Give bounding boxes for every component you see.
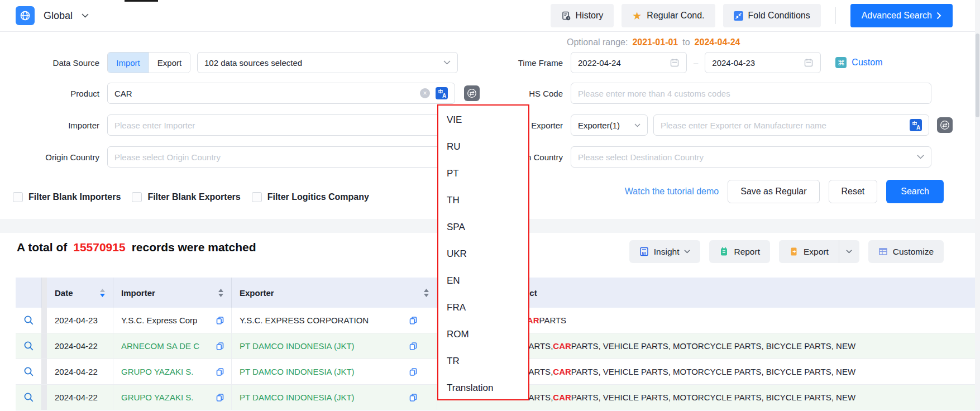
advanced-search-button[interactable]: Advanced Search: [850, 4, 953, 27]
records-count: 15570915: [73, 241, 125, 254]
language-option-rom[interactable]: ROM: [438, 321, 528, 348]
sort-icons-date[interactable]: [100, 289, 105, 297]
exporter-placeholder: Please enter Exporter or Manufacturer na…: [661, 121, 826, 130]
scrollbar-track[interactable]: [975, 0, 980, 411]
date-cell: 2024-04-23: [47, 308, 113, 333]
translate-icon[interactable]: A: [910, 119, 922, 131]
header-date[interactable]: Date: [47, 278, 113, 308]
date-end-input[interactable]: 2024-04-23: [705, 52, 821, 73]
copy-icon[interactable]: [409, 393, 418, 402]
checkbox-icon[interactable]: [13, 192, 23, 202]
sort-icons-importer[interactable]: [218, 289, 223, 297]
date-end-value: 2024-04-23: [712, 58, 755, 68]
row-detail-cell[interactable]: [16, 308, 42, 333]
row-detail-cell[interactable]: [16, 333, 42, 359]
advanced-search-label: Advanced Search: [862, 11, 932, 21]
language-menu: VIERUPTTHSPAUKRENFRAROMTRTranslation: [437, 104, 529, 400]
copy-icon[interactable]: [216, 342, 224, 351]
row-detail-cell[interactable]: [16, 359, 42, 384]
language-option-ru[interactable]: RU: [438, 133, 528, 160]
checkbox-icon[interactable]: [132, 192, 142, 202]
language-option-fra[interactable]: FRA: [438, 294, 528, 321]
import-tab[interactable]: Import: [108, 52, 149, 73]
chevron-down-icon: [684, 250, 690, 254]
reset-button[interactable]: Reset: [829, 180, 878, 203]
checkbox-icon[interactable]: [252, 192, 262, 202]
hs-code-input[interactable]: Please enter more than 4 customs codes: [571, 83, 931, 104]
data-sources-select[interactable]: 102 data sources selected: [197, 52, 458, 73]
language-option-en[interactable]: EN: [438, 267, 528, 294]
header-importer[interactable]: Importer: [113, 278, 232, 308]
search-button[interactable]: Search: [886, 180, 944, 203]
destination-country-select[interactable]: Please select Destination Country: [571, 146, 931, 168]
language-option-vie[interactable]: VIE: [438, 107, 528, 133]
exporter-name[interactable]: PT DAMCO INDONESIA (JKT): [240, 367, 355, 376]
insight-label: Insight: [654, 247, 680, 257]
copy-icon[interactable]: [216, 316, 224, 325]
language-option-pt[interactable]: PT: [438, 160, 528, 187]
row-search-icon[interactable]: [23, 315, 34, 326]
date-start-input[interactable]: 2022-04-24: [571, 52, 687, 73]
exporter-name[interactable]: PT DAMCO INDONESIA (JKT): [240, 393, 355, 402]
clear-icon[interactable]: ×: [420, 88, 430, 98]
customize-button[interactable]: Customize: [868, 240, 944, 263]
svg-text:A: A: [442, 93, 446, 99]
region-selector[interactable]: Global: [16, 6, 89, 25]
row-search-icon[interactable]: [23, 392, 34, 403]
copy-icon[interactable]: [409, 316, 418, 325]
importer-name[interactable]: GRUPO YAZAKI S.: [121, 367, 193, 376]
exporter-name[interactable]: PT DAMCO INDONESIA (JKT): [240, 341, 355, 351]
tutorial-link[interactable]: Watch the tutorial demo: [625, 187, 719, 197]
header-exporter[interactable]: Exporter: [232, 278, 437, 308]
importer-name[interactable]: GRUPO YAZAKI S.: [121, 393, 193, 402]
language-option-ukr[interactable]: UKR: [438, 241, 528, 267]
export-dropdown-caret[interactable]: [839, 240, 859, 263]
copy-icon[interactable]: [216, 367, 224, 376]
row-detail-cell[interactable]: [16, 385, 42, 410]
copy-icon[interactable]: [409, 367, 418, 376]
language-option-tr[interactable]: TR: [438, 348, 528, 375]
origin-country-placeholder: Please select Origin Country: [114, 152, 221, 162]
export-tab[interactable]: Export: [149, 52, 190, 73]
top-bar-actions: History ★ Regular Cond. Fold Conditions …: [551, 4, 953, 27]
customize-icon: [878, 247, 888, 256]
language-option-spa[interactable]: SPA: [438, 214, 528, 241]
report-button[interactable]: Report: [709, 240, 770, 263]
translate-icon[interactable]: A: [436, 87, 448, 99]
filter-checkbox-0[interactable]: Filter Blank Importers: [13, 192, 121, 202]
filter-checkbox-2[interactable]: Filter Logitics Company: [252, 192, 369, 202]
exporter-name[interactable]: Y.S.C. EXPRESS CORPORATION: [240, 316, 369, 325]
data-source-label: Data Source: [17, 58, 99, 68]
insight-button[interactable]: BI Insight: [629, 240, 701, 263]
product-value: CAR: [114, 89, 132, 98]
importer-cell: GRUPO YAZAKI S.: [113, 359, 232, 384]
sort-icons-exporter[interactable]: [424, 289, 429, 297]
language-option-th[interactable]: TH: [438, 187, 528, 214]
importer-input[interactable]: Please enter Importer: [107, 114, 455, 136]
filter-checkbox-1[interactable]: Filter Blank Exporters: [132, 192, 240, 202]
star-icon: ★: [632, 11, 642, 21]
product-text: PARTS, VEHICLE PARTS, MOTORCYCLE PARTS, …: [571, 393, 855, 402]
exporter-mode-select[interactable]: Exporter(1): [571, 114, 648, 136]
chevron-down-icon: [82, 13, 89, 18]
product-input[interactable]: CAR × A: [107, 83, 455, 104]
exporter-input[interactable]: Please enter Exporter or Manufacturer na…: [653, 114, 929, 136]
importer-name[interactable]: Y.S.C. Express Corp: [121, 316, 197, 325]
copy-icon[interactable]: [216, 393, 224, 402]
history-button[interactable]: History: [551, 4, 614, 27]
form-actions: Watch the tutorial demo Save as Regular …: [625, 180, 944, 203]
regular-cond-button[interactable]: ★ Regular Cond.: [622, 4, 715, 27]
custom-range-link[interactable]: ⌘ Custom: [835, 57, 882, 68]
save-as-regular-button[interactable]: Save as Regular: [728, 180, 819, 203]
row-search-icon[interactable]: [23, 366, 34, 377]
origin-country-select[interactable]: Please select Origin Country: [107, 146, 455, 168]
export-button[interactable]: Export: [779, 240, 839, 263]
scrollbar-thumb[interactable]: [976, 34, 979, 117]
exporter-exchange-button[interactable]: [937, 117, 953, 133]
language-option-translation[interactable]: Translation: [438, 375, 528, 402]
copy-icon[interactable]: [409, 342, 418, 351]
importer-name[interactable]: ARNECOM SA DE C: [121, 341, 199, 351]
data-source-row: Data Source Import Export 102 data sourc…: [17, 52, 458, 73]
fold-conditions-button[interactable]: Fold Conditions: [723, 4, 821, 27]
row-search-icon[interactable]: [23, 341, 34, 351]
